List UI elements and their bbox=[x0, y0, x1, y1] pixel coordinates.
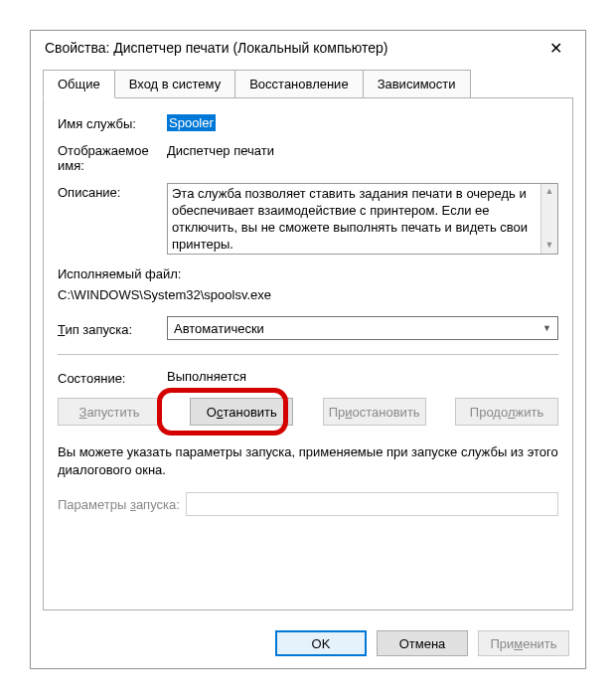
state-buttons: Запустить Остановить Приостановить Продо… bbox=[58, 398, 558, 426]
properties-dialog: Свойства: Диспетчер печати (Локальный ко… bbox=[30, 30, 586, 669]
startup-type-select[interactable]: Автоматически ▼ bbox=[167, 316, 558, 340]
tab-pane: Имя службы: Spooler Отображаемое имя: Ди… bbox=[43, 98, 573, 611]
tab-recovery[interactable]: Восстановление bbox=[234, 70, 363, 98]
tab-dependencies[interactable]: Зависимости bbox=[363, 70, 471, 98]
tab-logon[interactable]: Вход в систему bbox=[114, 70, 235, 98]
chevron-down-icon: ▼ bbox=[542, 323, 551, 333]
tab-general[interactable]: Общие bbox=[43, 70, 115, 98]
stop-button[interactable]: Остановить bbox=[190, 398, 293, 426]
display-name-value: Диспетчер печати bbox=[167, 141, 558, 173]
description-label: Описание: bbox=[58, 183, 167, 255]
start-button: Запустить bbox=[58, 398, 161, 426]
separator bbox=[58, 354, 558, 355]
titlebar: Свойства: Диспетчер печати (Локальный ко… bbox=[31, 31, 585, 65]
description-box[interactable]: Эта служба позволяет ставить задания печ… bbox=[167, 183, 558, 255]
service-name-label: Имя службы: bbox=[58, 114, 167, 131]
resume-button: Продолжить bbox=[455, 398, 558, 426]
apply-button: Применить bbox=[478, 630, 569, 656]
scroll-down-icon[interactable]: ▼ bbox=[545, 240, 554, 252]
cancel-button[interactable]: Отмена bbox=[377, 630, 468, 656]
display-name-label: Отображаемое имя: bbox=[58, 141, 167, 173]
state-value: Выполняется bbox=[167, 369, 558, 386]
pause-button: Приостановить bbox=[323, 398, 426, 426]
startup-params-input[interactable] bbox=[186, 492, 558, 516]
scrollbar[interactable]: ▲ ▼ bbox=[540, 184, 557, 254]
startup-params-note: Вы можете указать параметры запуска, при… bbox=[58, 443, 558, 478]
description-text: Эта служба позволяет ставить задания печ… bbox=[172, 186, 553, 254]
close-icon[interactable]: ✕ bbox=[536, 33, 575, 63]
executable-label: Исполняемый файл: bbox=[58, 266, 558, 281]
startup-type-value: Автоматически bbox=[174, 321, 264, 336]
tab-strip: Общие Вход в систему Восстановление Зави… bbox=[43, 69, 573, 98]
startup-params-label: Параметры запуска: bbox=[58, 497, 180, 512]
scroll-up-icon[interactable]: ▲ bbox=[545, 186, 554, 198]
ok-button[interactable]: OK bbox=[275, 630, 367, 656]
startup-type-label: Тип запуска: bbox=[58, 320, 167, 337]
window-title: Свойства: Диспетчер печати (Локальный ко… bbox=[45, 40, 388, 56]
dialog-footer: OK Отмена Применить bbox=[275, 630, 569, 656]
service-name-value[interactable]: Spooler bbox=[167, 114, 216, 131]
executable-path: C:\WINDOWS\System32\spoolsv.exe bbox=[58, 287, 558, 302]
state-label: Состояние: bbox=[58, 369, 167, 386]
